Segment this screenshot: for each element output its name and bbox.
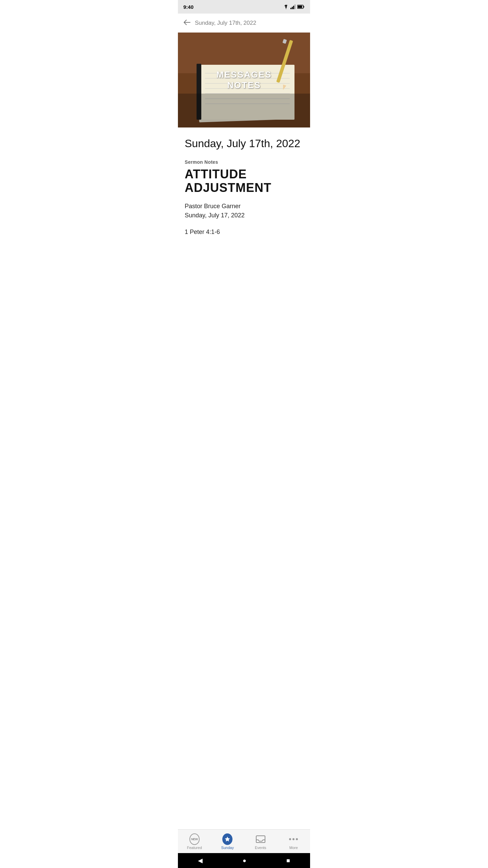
signal-icon (290, 4, 296, 9)
svg-rect-0 (290, 8, 291, 9)
back-arrow-icon (183, 19, 191, 25)
hero-image: MESSAGES NOTES (178, 33, 310, 127)
wifi-icon (283, 4, 289, 9)
status-bar: 9:40 (178, 0, 310, 14)
battery-icon (297, 5, 305, 9)
hero-title-line1: MESSAGES (216, 70, 271, 80)
hero-text: MESSAGES NOTES (216, 70, 271, 91)
main-content: Sunday, July 17th, 2022 Sermon Notes ATT… (178, 127, 310, 242)
header: Sunday, July 17th, 2022 (178, 14, 310, 33)
status-icons (283, 4, 305, 9)
pastor-name: Pastor Bruce Garner (185, 203, 303, 210)
sermon-date-detail: Sunday, July 17, 2022 (185, 212, 303, 219)
svg-rect-2 (293, 6, 294, 9)
svg-rect-6 (298, 6, 302, 8)
svg-rect-5 (304, 6, 304, 8)
sermon-title: ATTITUDE ADJUSTMENT (185, 167, 303, 194)
header-title: Sunday, July 17th, 2022 (195, 20, 256, 26)
sermon-label: Sermon Notes (185, 159, 303, 165)
status-time: 9:40 (183, 4, 194, 10)
back-button[interactable] (183, 19, 191, 27)
scripture-reference: 1 Peter 4:1-6 (185, 229, 303, 236)
svg-rect-1 (292, 7, 293, 9)
svg-rect-3 (294, 4, 296, 9)
svg-rect-23 (178, 94, 310, 127)
hero-title-line2: NOTES (216, 80, 271, 91)
date-heading: Sunday, July 17th, 2022 (185, 137, 303, 150)
